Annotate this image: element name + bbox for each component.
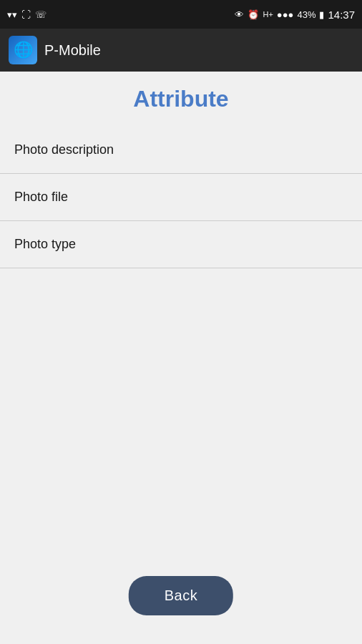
back-button[interactable]: Back [129,576,233,615]
page-title: Attribute [133,86,228,112]
network-icon: H+ [263,10,273,19]
status-icons-right: 👁 ⏰ H+ ●●● 43% ▮ 14:37 [235,9,355,21]
list-item-photo-description[interactable]: Photo description [0,127,362,174]
whatsapp-icon: ☏ [35,9,47,20]
list-item-photo-file[interactable]: Photo file [0,174,362,221]
back-button-container: Back [129,576,233,615]
main-content: Attribute Photo description Photo file P… [0,72,362,644]
app-title: P-Mobile [44,42,101,59]
wifi-icon: ▾▾ [7,9,17,20]
status-icons-left: ▾▾ ⛶ ☏ [7,9,47,20]
time-display: 14:37 [328,9,355,21]
image-icon: ⛶ [21,9,31,20]
app-globe-icon: 🌐 [14,41,33,59]
list-item-photo-type[interactable]: Photo type [0,221,362,268]
eye-icon: 👁 [235,9,244,20]
status-bar: ▾▾ ⛶ ☏ 👁 ⏰ H+ ●●● 43% ▮ 14:37 [0,0,362,29]
attribute-list: Photo description Photo file Photo type [0,127,362,268]
battery-icon: ▮ [319,9,324,20]
app-icon: 🌐 [9,36,37,64]
signal-icon: ●●● [277,9,294,20]
battery-percent: 43% [297,9,315,20]
app-bar: 🌐 P-Mobile [0,29,362,72]
alarm-icon: ⏰ [248,9,259,20]
